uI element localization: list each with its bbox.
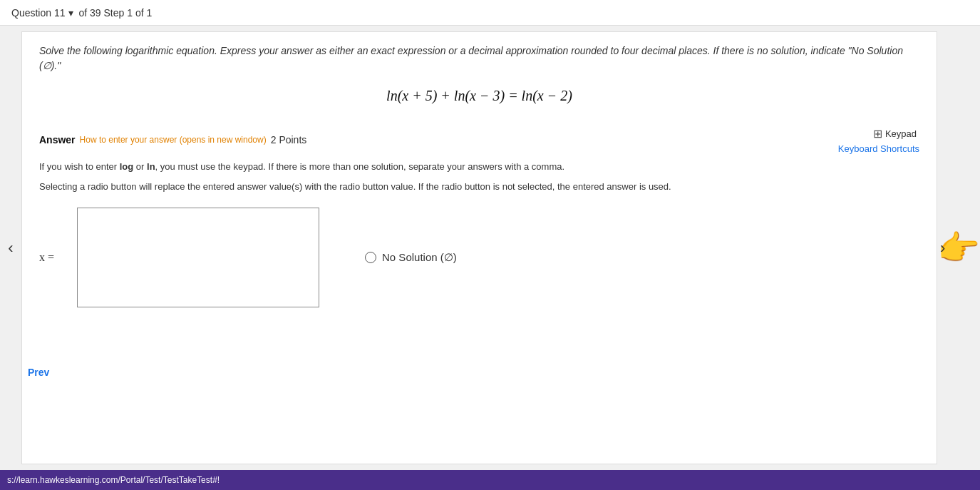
prev-button[interactable]: Prev [28, 367, 49, 378]
main-container: Question 11 ▾ of 39 Step 1 of 1 ‹ Solve … [0, 0, 980, 490]
points-text: 2 Points [271, 134, 307, 146]
answer-inputs-row: x = No Solution (∅) [39, 208, 919, 307]
x-equals-label: x = [39, 251, 54, 264]
ln-keyword: ln [147, 161, 155, 172]
chevron-down-icon: ▾ [68, 7, 73, 19]
how-to-enter-link[interactable]: How to enter your answer (opens in new w… [80, 135, 267, 145]
chevron-right-icon[interactable]: › [940, 239, 945, 257]
answer-header: Answer How to enter your answer (opens i… [39, 126, 919, 154]
keyboard-shortcuts-link[interactable]: Keyboard Shortcuts [838, 143, 919, 154]
answer-label: Answer [39, 134, 76, 146]
question-selector[interactable]: Question 11 ▾ [11, 7, 73, 19]
question-instruction: Solve the following logarithmic equation… [39, 44, 919, 73]
answer-input[interactable] [77, 208, 319, 307]
no-solution-option[interactable]: No Solution (∅) [365, 251, 457, 264]
no-solution-radio[interactable] [365, 252, 376, 263]
keypad-label: Keypad [885, 128, 917, 139]
left-nav[interactable]: ‹ [0, 26, 21, 470]
answer-label-group: Answer How to enter your answer (opens i… [39, 134, 306, 146]
chevron-left-icon: ‹ [8, 239, 13, 257]
bottom-bar: s://learn.hawkeslearning.com/Portal/Test… [0, 470, 980, 490]
main-content-panel: Solve the following logarithmic equation… [21, 31, 937, 464]
right-nav: › 👉 [937, 26, 980, 470]
instruction-text-2: Selecting a radio button will replace th… [39, 180, 919, 194]
instruction-text-1: If you wish to enter log or ln, you must… [39, 160, 919, 174]
question-label: Question 11 [11, 7, 66, 19]
keypad-icon: ⊞ [873, 127, 882, 141]
top-bar: Question 11 ▾ of 39 Step 1 of 1 [0, 0, 980, 26]
answer-section: Answer How to enter your answer (opens i… [39, 126, 919, 307]
url-text: s://learn.hawkeslearning.com/Portal/Test… [7, 475, 220, 485]
content-area: ‹ Solve the following logarithmic equati… [0, 26, 980, 470]
keypad-area: ⊞ Keypad Keyboard Shortcuts [838, 126, 919, 154]
equation-display: ln(x + 5) + ln(x − 3) = ln(x − 2) [39, 88, 919, 104]
equation-text: ln(x + 5) + ln(x − 3) = ln(x − 2) [386, 88, 572, 103]
no-solution-label: No Solution (∅) [382, 251, 457, 264]
keypad-button[interactable]: ⊞ Keypad [870, 126, 919, 142]
log-keyword: log [120, 161, 134, 172]
step-info: of 39 Step 1 of 1 [79, 7, 153, 19]
